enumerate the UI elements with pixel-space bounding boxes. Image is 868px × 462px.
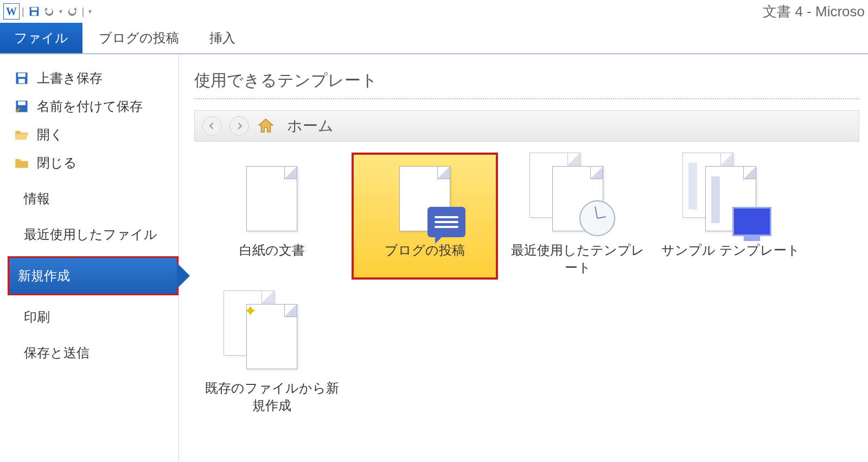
template-new-from-existing[interactable]: ✦ 既存のファイルから新規作成 xyxy=(199,290,345,417)
backstage-item-info[interactable]: 情報 xyxy=(0,185,178,213)
backstage-item-save-as[interactable]: 名前を付けて保存 xyxy=(0,92,178,121)
backstage-item-open[interactable]: 開く xyxy=(0,121,178,149)
backstage-item-save-send[interactable]: 保存と送信 xyxy=(0,339,178,367)
nav-forward-button[interactable] xyxy=(229,116,249,136)
qat-undo-button[interactable] xyxy=(42,4,57,19)
template-blog-post[interactable]: ブログの投稿 xyxy=(352,153,498,280)
svg-rect-5 xyxy=(18,79,25,83)
tab-insert[interactable]: 挿入 xyxy=(195,23,250,53)
backstage-item-label: 印刷 xyxy=(24,308,50,326)
folder-open-icon xyxy=(14,127,29,142)
arrow-left-icon xyxy=(207,121,217,131)
quick-access-toolbar: W | ▾ | ▾ 文書 4 - Microso xyxy=(0,0,868,23)
save-as-icon xyxy=(14,99,29,114)
backstage-item-new[interactable]: 新規作成 xyxy=(8,256,178,295)
qat-separator-2: | xyxy=(82,6,85,17)
svg-rect-1 xyxy=(31,8,37,11)
tab-file[interactable]: ファイル xyxy=(0,23,82,53)
sample-templates-icon xyxy=(690,158,771,239)
word-app-icon[interactable]: W xyxy=(3,3,20,20)
backstage-view: 上書き保存 名前を付けて保存 開く 閉じる 情報 最近使用したファイル 新規作成… xyxy=(0,54,868,462)
backstage-item-label: 名前を付けて保存 xyxy=(37,98,143,115)
undo-icon xyxy=(43,5,55,17)
template-label: 白紙の文書 xyxy=(239,242,305,259)
template-label: ブログの投稿 xyxy=(385,242,465,259)
sparkle-icon: ✦ xyxy=(244,301,257,320)
template-blank-document[interactable]: 白紙の文書 xyxy=(199,153,345,280)
new-from-existing-icon: ✦ xyxy=(231,296,312,377)
backstage-menu: 上書き保存 名前を付けて保存 開く 閉じる 情報 最近使用したファイル 新規作成… xyxy=(0,54,179,462)
panel-title: 使用できるテンプレート xyxy=(194,69,859,99)
template-label: 既存のファイルから新規作成 xyxy=(202,379,342,414)
window-title: 文書 4 - Microso xyxy=(763,0,868,23)
clock-icon xyxy=(579,200,615,236)
backstage-item-label: 最近使用したファイル xyxy=(24,226,157,243)
templates-nav: ホーム xyxy=(194,110,859,142)
template-label: 最近使用したテンプレート xyxy=(508,242,648,276)
backstage-item-close[interactable]: 閉じる xyxy=(0,149,178,177)
svg-rect-4 xyxy=(18,73,25,77)
qat-save-button[interactable] xyxy=(27,4,42,19)
qat-redo-button[interactable] xyxy=(65,4,80,19)
comment-bubble-icon xyxy=(427,207,465,237)
template-recent-templates[interactable]: 最近使用したテンプレート xyxy=(505,153,651,280)
templates-panel: 使用できるテンプレート ホーム 白紙の文書 xyxy=(179,54,868,462)
template-sample-templates[interactable]: サンプル テンプレート xyxy=(658,153,804,280)
tab-blog-post[interactable]: ブログの投稿 xyxy=(82,23,195,53)
backstage-item-label: 閉じる xyxy=(37,154,77,172)
nav-back-button[interactable] xyxy=(202,116,222,136)
backstage-item-label: 新規作成 xyxy=(18,267,70,284)
breadcrumb-home[interactable]: ホーム xyxy=(287,116,334,136)
save-icon xyxy=(14,71,29,86)
ribbon-tabs: ファイル ブログの投稿 挿入 xyxy=(0,23,868,54)
backstage-item-save[interactable]: 上書き保存 xyxy=(0,64,178,92)
qat-customize-caret[interactable]: ▾ xyxy=(88,8,92,15)
backstage-item-print[interactable]: 印刷 xyxy=(0,303,178,331)
svg-rect-2 xyxy=(31,12,36,15)
blog-post-icon xyxy=(384,158,465,239)
backstage-item-label: 開く xyxy=(37,126,63,143)
templates-grid: 白紙の文書 ブログの投稿 最近使用したテンプレート xyxy=(194,142,868,417)
qat-dropdown-caret[interactable]: ▾ xyxy=(59,8,62,15)
home-icon[interactable] xyxy=(257,117,275,135)
backstage-item-label: 保存と送信 xyxy=(24,344,90,362)
template-label: サンプル テンプレート xyxy=(661,242,800,259)
svg-rect-7 xyxy=(18,102,25,105)
qat-separator: | xyxy=(22,6,24,17)
recent-templates-icon xyxy=(537,158,618,239)
monitor-icon xyxy=(732,207,771,236)
save-icon xyxy=(28,5,40,17)
backstage-item-label: 上書き保存 xyxy=(37,69,103,87)
blank-document-icon xyxy=(231,158,312,239)
arrow-right-icon xyxy=(234,121,244,131)
backstage-item-recent[interactable]: 最近使用したファイル xyxy=(0,220,178,249)
redo-icon xyxy=(66,5,78,17)
folder-close-icon xyxy=(14,155,29,170)
backstage-item-label: 情報 xyxy=(24,190,50,207)
